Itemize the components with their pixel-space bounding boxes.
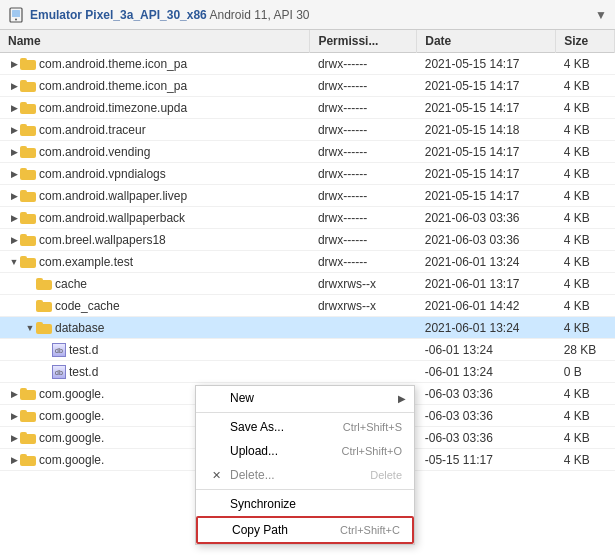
table-row[interactable]: ▼database2021-06-01 13:244 KB bbox=[0, 317, 615, 339]
menu-item-copy-path[interactable]: Copy Path Ctrl+Shift+C bbox=[196, 516, 414, 544]
expand-icon[interactable]: ▶ bbox=[8, 191, 20, 201]
file-perm: drwx------ bbox=[310, 97, 417, 119]
expand-icon[interactable]: ▶ bbox=[8, 455, 20, 465]
expand-icon[interactable]: ▶ bbox=[8, 169, 20, 179]
file-perm bbox=[310, 317, 417, 339]
file-size: 4 KB bbox=[556, 295, 615, 317]
file-size: 4 KB bbox=[556, 383, 615, 405]
menu-label-synchronize: Synchronize bbox=[230, 497, 402, 511]
file-perm: drwx------ bbox=[310, 207, 417, 229]
folder-icon bbox=[20, 58, 36, 70]
file-size: 4 KB bbox=[556, 75, 615, 97]
table-row[interactable]: ▶com.android.traceurdrwx------2021-05-15… bbox=[0, 119, 615, 141]
expand-icon[interactable]: ▶ bbox=[8, 125, 20, 135]
menu-label-copy-path: Copy Path bbox=[232, 523, 324, 537]
file-date: 2021-06-01 13:17 bbox=[417, 273, 556, 295]
expand-icon[interactable]: ▶ bbox=[8, 59, 20, 69]
file-date: 2021-05-15 14:17 bbox=[417, 75, 556, 97]
file-date: 2021-05-15 14:17 bbox=[417, 163, 556, 185]
file-size: 28 KB bbox=[556, 339, 615, 361]
menu-label-save-as: Save As... bbox=[230, 420, 327, 434]
file-perm: drwx------ bbox=[310, 119, 417, 141]
file-name: com.android.timezone.upda bbox=[39, 101, 187, 115]
menu-item-delete[interactable]: ✕ Delete... Delete bbox=[196, 463, 414, 487]
table-row[interactable]: ▶com.android.vendingdrwx------2021-05-15… bbox=[0, 141, 615, 163]
folder-icon bbox=[20, 102, 36, 114]
svg-point-2 bbox=[15, 18, 17, 20]
expand-icon[interactable]: ▶ bbox=[8, 433, 20, 443]
col-header-name[interactable]: Name bbox=[0, 30, 310, 53]
file-perm bbox=[310, 339, 417, 361]
col-header-size[interactable]: Size bbox=[556, 30, 615, 53]
menu-separator-1 bbox=[196, 412, 414, 413]
file-name: com.example.test bbox=[39, 255, 133, 269]
file-name: com.google. bbox=[39, 409, 104, 423]
folder-icon bbox=[36, 278, 52, 290]
table-row[interactable]: dbtest.d-06-01 13:2428 KB bbox=[0, 339, 615, 361]
file-size: 4 KB bbox=[556, 185, 615, 207]
expand-icon[interactable]: ▶ bbox=[8, 147, 20, 157]
file-date: -06-03 03:36 bbox=[417, 427, 556, 449]
folder-icon bbox=[20, 146, 36, 158]
file-size: 4 KB bbox=[556, 251, 615, 273]
table-row[interactable]: ▶com.android.theme.icon_padrwx------2021… bbox=[0, 75, 615, 97]
menu-item-upload[interactable]: Upload... Ctrl+Shift+O bbox=[196, 439, 414, 463]
file-date: 2021-06-03 03:36 bbox=[417, 207, 556, 229]
menu-item-synchronize[interactable]: Synchronize bbox=[196, 492, 414, 516]
table-row[interactable]: ▶com.breel.wallpapers18drwx------2021-06… bbox=[0, 229, 615, 251]
menu-label-delete: Delete... bbox=[230, 468, 354, 482]
file-perm: drwx------ bbox=[310, 163, 417, 185]
table-row[interactable]: ▶com.android.wallpaper.livepdrwx------20… bbox=[0, 185, 615, 207]
expand-icon[interactable]: ▶ bbox=[8, 411, 20, 421]
col-header-date[interactable]: Date bbox=[417, 30, 556, 53]
table-row[interactable]: cachedrwxrws--x2021-06-01 13:174 KB bbox=[0, 273, 615, 295]
file-date: 2021-05-15 14:17 bbox=[417, 141, 556, 163]
file-perm: drwx------ bbox=[310, 185, 417, 207]
table-row[interactable]: ▶com.android.wallpaperbackdrwx------2021… bbox=[0, 207, 615, 229]
folder-icon bbox=[20, 168, 36, 180]
file-perm: drwxrws--x bbox=[310, 295, 417, 317]
table-row[interactable]: ▶com.android.timezone.updadrwx------2021… bbox=[0, 97, 615, 119]
table-row[interactable]: code_cachedrwxrws--x2021-06-01 14:424 KB bbox=[0, 295, 615, 317]
expand-icon[interactable]: ▼ bbox=[24, 323, 36, 333]
file-size: 4 KB bbox=[556, 317, 615, 339]
folder-icon bbox=[20, 80, 36, 92]
file-date: 2021-06-01 13:24 bbox=[417, 317, 556, 339]
expand-icon[interactable]: ▶ bbox=[8, 235, 20, 245]
table-row[interactable]: ▼com.example.testdrwx------2021-06-01 13… bbox=[0, 251, 615, 273]
expand-icon[interactable]: ▶ bbox=[8, 103, 20, 113]
device-name: Emulator Pixel_3a_API_30_x86 Android 11,… bbox=[30, 8, 310, 22]
file-perm bbox=[310, 361, 417, 383]
expand-icon[interactable]: ▼ bbox=[8, 257, 20, 267]
file-name: database bbox=[55, 321, 104, 335]
file-size: 4 KB bbox=[556, 405, 615, 427]
expand-icon[interactable]: ▶ bbox=[8, 389, 20, 399]
file-name: cache bbox=[55, 277, 87, 291]
table-row[interactable]: dbtest.d-06-01 13:240 B bbox=[0, 361, 615, 383]
file-size: 4 KB bbox=[556, 449, 615, 471]
table-row[interactable]: ▶com.android.vpndialogsdrwx------2021-05… bbox=[0, 163, 615, 185]
folder-icon bbox=[20, 256, 36, 268]
expand-icon[interactable]: ▶ bbox=[8, 213, 20, 223]
context-menu: New Save As... Ctrl+Shift+S Upload... Ct… bbox=[195, 385, 415, 545]
expand-icon[interactable]: ▶ bbox=[8, 81, 20, 91]
file-perm: drwx------ bbox=[310, 53, 417, 75]
table-row[interactable]: ▶com.android.theme.icon_padrwx------2021… bbox=[0, 53, 615, 75]
file-name: com.android.wallpaper.livep bbox=[39, 189, 187, 203]
file-size: 4 KB bbox=[556, 53, 615, 75]
col-header-perm[interactable]: Permissi... bbox=[310, 30, 417, 53]
file-size: 4 KB bbox=[556, 163, 615, 185]
folder-icon bbox=[36, 322, 52, 334]
file-size: 0 B bbox=[556, 361, 615, 383]
device-dropdown-arrow[interactable]: ▼ bbox=[595, 8, 607, 22]
file-perm: drwx------ bbox=[310, 141, 417, 163]
file-name: test.d bbox=[69, 365, 98, 379]
folder-icon bbox=[20, 454, 36, 466]
delete-icon: ✕ bbox=[208, 469, 224, 482]
file-name: com.google. bbox=[39, 431, 104, 445]
device-selector[interactable]: Emulator Pixel_3a_API_30_x86 Android 11,… bbox=[30, 8, 607, 22]
folder-icon bbox=[20, 388, 36, 400]
menu-item-save-as[interactable]: Save As... Ctrl+Shift+S bbox=[196, 415, 414, 439]
menu-item-new[interactable]: New bbox=[196, 386, 414, 410]
copy-path-shortcut: Ctrl+Shift+C bbox=[340, 524, 400, 536]
